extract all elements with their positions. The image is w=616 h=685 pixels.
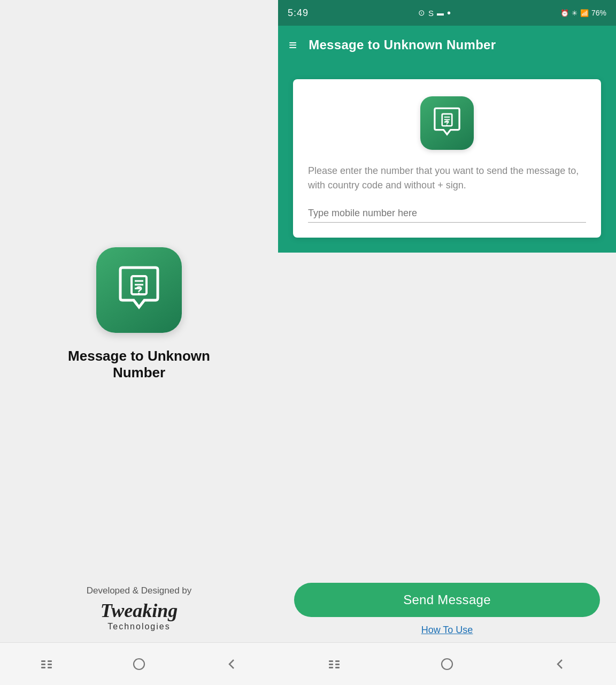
svg-rect-22 (335, 667, 340, 668)
sim-status-icon: ▬ (437, 9, 444, 17)
svg-rect-6 (41, 664, 45, 665)
svg-rect-18 (329, 664, 333, 665)
send-message-button[interactable]: Send Message (294, 583, 600, 617)
svg-rect-8 (48, 660, 52, 662)
right-back-icon[interactable] (552, 657, 567, 672)
status-right-icons: ⏰ ✳ 📶 76% (560, 9, 606, 17)
svg-rect-19 (329, 667, 333, 668)
brand-logo: Tweaking Technologies (101, 600, 178, 631)
status-icons: ⊙ S ▬ • (418, 7, 451, 19)
status-time: 5:49 (288, 7, 309, 19)
phone-number-input[interactable] (308, 204, 586, 223)
app-bar: ≡ Message to Unknown Number (278, 26, 616, 64)
main-card: ? Please enter the number that you want … (293, 79, 601, 238)
left-app-title: Message to Unknown Number (48, 348, 230, 381)
card-description: Please enter the number that you want to… (308, 164, 586, 193)
dot-icon: • (447, 7, 451, 19)
left-home-icon[interactable] (132, 657, 147, 672)
bluetooth-icon: ✳ (572, 9, 578, 17)
hamburger-menu-icon[interactable]: ≡ (289, 37, 297, 54)
alarm-icon: ⏰ (560, 9, 569, 17)
brand-name: Tweaking (101, 600, 178, 622)
svg-point-23 (442, 659, 452, 669)
svg-rect-10 (48, 667, 52, 668)
svg-rect-7 (41, 667, 45, 668)
brand-sub: Technologies (101, 622, 178, 631)
left-app-icon: ? (96, 247, 182, 333)
left-back-icon[interactable] (224, 657, 239, 672)
status-bar: 5:49 ⊙ S ▬ • ⏰ ✳ 📶 76% (278, 0, 616, 26)
right-home-icon[interactable] (440, 657, 455, 672)
left-menu-icon[interactable] (39, 657, 54, 672)
how-to-use-link[interactable]: How To Use (421, 625, 473, 636)
svg-point-11 (134, 659, 144, 669)
main-content-area (278, 253, 616, 573)
right-panel: 5:49 ⊙ S ▬ • ⏰ ✳ 📶 76% ≡ Message to Unkn… (278, 0, 616, 685)
right-nav-bar (278, 642, 616, 685)
developer-label: Developed & Designed by (87, 585, 192, 596)
svg-rect-20 (335, 660, 340, 662)
svg-text:?: ? (135, 284, 142, 297)
svg-rect-21 (335, 664, 340, 665)
left-panel: ? Message to Unknown Number Developed & … (0, 0, 278, 685)
teal-section: ? Please enter the number that you want … (278, 64, 616, 253)
svg-rect-9 (48, 664, 52, 665)
battery-text: 76% (591, 9, 606, 17)
svg-rect-5 (41, 660, 45, 662)
app-bar-title: Message to Unknown Number (309, 37, 496, 52)
svg-text:?: ? (445, 119, 450, 127)
left-nav-bar (0, 642, 278, 685)
left-content: ? Message to Unknown Number (48, 43, 230, 585)
right-menu-icon[interactable] (327, 657, 342, 672)
whatsapp-status-icon: ⊙ (418, 8, 425, 18)
skype-status-icon: S (428, 9, 434, 18)
svg-rect-17 (329, 660, 333, 662)
wifi-icon: 📶 (580, 9, 589, 17)
bottom-actions: Send Message How To Use (278, 573, 616, 642)
card-app-icon: ? (420, 96, 474, 150)
